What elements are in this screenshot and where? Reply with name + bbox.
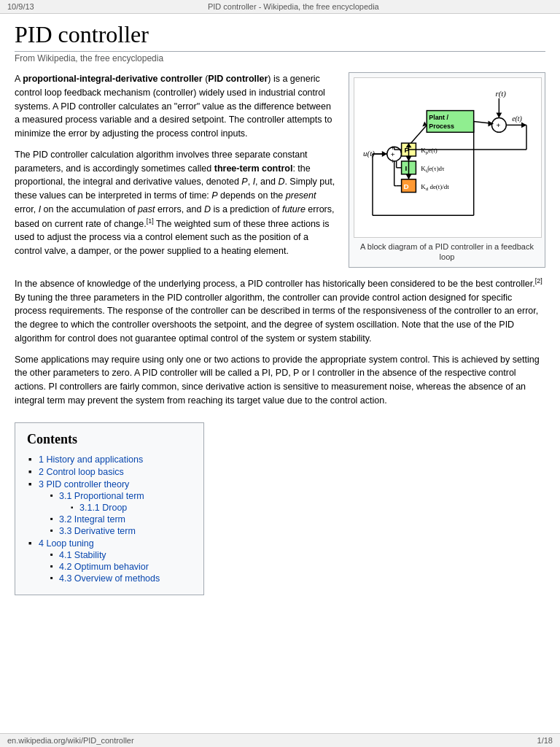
svg-text:Kpe(t): Kpe(t)	[421, 147, 437, 155]
intro-paragraph-1: A proportional-integral-derivative contr…	[15, 72, 337, 141]
contents-link-4[interactable]: 4 Loop tuning	[39, 538, 94, 549]
svg-text:r(t): r(t)	[495, 89, 506, 98]
contents-link-3[interactable]: 3 PID controller theory	[39, 479, 129, 489]
bottombar-url: en.wikipedia.org/wiki/PID_controller	[7, 736, 134, 745]
contents-item-2: 2 Control loop basics	[27, 467, 192, 477]
paragraph-4: Some applications may require using only…	[15, 353, 545, 408]
svg-text:e(t): e(t)	[512, 115, 522, 123]
topbar-title: PID controller - Wikipedia, the free enc…	[208, 2, 379, 11]
page-subtitle: From Wikipedia, the free encyclopedia	[15, 53, 545, 63]
topbar-date: 10/9/13	[7, 2, 34, 11]
contents-sublist-4: 4.1 Stability 4.2 Optimum behavior 4.3 O…	[49, 550, 192, 584]
contents-link-3-1-1[interactable]: 3.1.1 Droop	[79, 503, 127, 513]
contents-link-3-3[interactable]: 3.3 Derivative term	[59, 526, 136, 536]
svg-text:I: I	[405, 164, 408, 172]
page-title: PID controller	[15, 21, 545, 52]
contents-link-1[interactable]: 1 History and applications	[39, 454, 143, 465]
diagram-caption: A block diagram of a PID controller in a…	[354, 241, 540, 263]
contents-item-4-3: 4.3 Overview of methods	[49, 573, 192, 584]
contents-sublist-3: 3.1 Proportional term 3.1.1 Droop 3.2 In…	[49, 491, 192, 536]
contents-item-3-3: 3.3 Derivative term	[49, 526, 192, 536]
contents-link-2[interactable]: 2 Control loop basics	[39, 467, 124, 477]
contents-box: Contents 1 History and applications 2 Co…	[15, 422, 204, 595]
contents-item-3: 3 PID controller theory 3.1 Proportional…	[27, 479, 192, 536]
paragraph-3: In the absence of knowledge of the under…	[15, 276, 545, 346]
contents-item-3-1: 3.1 Proportional term 3.1.1 Droop	[49, 491, 192, 513]
contents-link-4-1[interactable]: 4.1 Stability	[59, 550, 106, 560]
svg-text:Process: Process	[429, 123, 454, 130]
contents-link-3-1[interactable]: 3.1 Proportional term	[59, 491, 144, 501]
contents-link-4-2[interactable]: 4.2 Optimum behavior	[59, 562, 149, 572]
contents-item-4-2: 4.2 Optimum behavior	[49, 562, 192, 572]
pid-diagram: r(t) + y(t) e(t) Plant /	[354, 77, 542, 238]
bottombar-page: 1/18	[537, 736, 553, 745]
svg-text:Kd de(t)/dt: Kd de(t)/dt	[421, 183, 449, 191]
contents-link-4-3[interactable]: 4.3 Overview of methods	[59, 573, 160, 584]
contents-sublist-3-1: 3.1.1 Droop	[69, 503, 192, 513]
svg-rect-0	[354, 78, 541, 237]
svg-text:Plant /: Plant /	[429, 114, 448, 121]
intro-paragraph-2: The PID controller calculation algorithm…	[15, 148, 337, 258]
contents-item-4-1: 4.1 Stability	[49, 550, 192, 560]
contents-item-4: 4 Loop tuning 4.1 Stability 4.2 Optimum …	[27, 538, 192, 584]
svg-text:D: D	[404, 182, 409, 190]
svg-text:Ki∫e(τ)dτ: Ki∫e(τ)dτ	[421, 165, 445, 173]
contents-item-3-2: 3.2 Integral term	[49, 514, 192, 525]
svg-text:+: +	[496, 121, 500, 129]
contents-item-3-1-1: 3.1.1 Droop	[69, 503, 192, 513]
pid-diagram-box: r(t) + y(t) e(t) Plant /	[349, 72, 545, 268]
contents-list: 1 History and applications 2 Control loo…	[27, 454, 192, 584]
contents-item-1: 1 History and applications	[27, 454, 192, 465]
contents-title: Contents	[27, 432, 192, 447]
contents-link-3-2[interactable]: 3.2 Integral term	[59, 514, 125, 525]
